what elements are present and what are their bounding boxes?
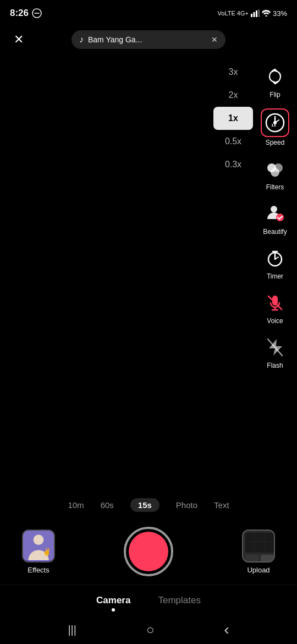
tab-camera[interactable]: Camera bbox=[96, 595, 130, 606]
svg-point-14 bbox=[271, 168, 279, 177]
flip-icon-container bbox=[262, 64, 288, 89]
tab-active-indicator bbox=[112, 608, 115, 612]
bottom-controls: ✌ Effects Upload bbox=[0, 519, 297, 585]
flash-icon bbox=[267, 338, 283, 357]
svg-rect-31 bbox=[245, 555, 259, 561]
svg-rect-2 bbox=[251, 14, 252, 17]
speed-icon-container: 1x bbox=[264, 112, 286, 134]
nav-back-button[interactable]: ‹ bbox=[224, 621, 229, 638]
flash-label: Flash bbox=[267, 362, 283, 369]
mode-10m[interactable]: 10m bbox=[68, 500, 84, 510]
flip-icon bbox=[266, 67, 284, 86]
speed-icon: 1x bbox=[265, 112, 285, 133]
header: ✕ ♪ Bam Yang Ga... ✕ bbox=[0, 24, 297, 55]
svg-point-15 bbox=[271, 206, 277, 212]
speed-2x[interactable]: 2x bbox=[213, 84, 253, 107]
svg-rect-3 bbox=[253, 12, 255, 17]
carrier-text: VoLTE 4G+ bbox=[218, 10, 249, 17]
filters-icon bbox=[265, 159, 285, 179]
bottom-tabs: Camera Templates bbox=[0, 585, 297, 615]
status-time: 8:26 bbox=[10, 8, 42, 19]
speed-0-3x[interactable]: 0.3x bbox=[213, 153, 253, 176]
timer-button[interactable]: Timer bbox=[256, 242, 294, 283]
effects-person-svg: ✌ bbox=[23, 531, 54, 561]
svg-rect-30 bbox=[245, 533, 274, 553]
flash-icon-container bbox=[262, 335, 288, 360]
flip-label: Flip bbox=[270, 91, 280, 99]
beautify-button[interactable]: Beautify bbox=[256, 198, 294, 239]
svg-point-6 bbox=[265, 15, 267, 17]
tab-templates[interactable]: Templates bbox=[158, 595, 200, 606]
music-close-button[interactable]: ✕ bbox=[211, 35, 218, 44]
wifi-icon bbox=[262, 10, 271, 17]
timer-icon bbox=[266, 249, 284, 268]
nav-home-button[interactable]: ○ bbox=[146, 622, 155, 637]
music-pill[interactable]: ♪ Bam Yang Ga... ✕ bbox=[72, 30, 226, 49]
flash-button[interactable]: Flash bbox=[256, 331, 294, 373]
music-title: Bam Yang Ga... bbox=[88, 35, 207, 44]
voice-icon bbox=[266, 293, 284, 312]
mode-60s[interactable]: 60s bbox=[101, 500, 114, 510]
effects-person-image: ✌ bbox=[23, 531, 54, 561]
effects-button[interactable]: ✌ Effects bbox=[22, 530, 55, 574]
battery-text: 33% bbox=[273, 9, 287, 18]
effects-thumbnail: ✌ bbox=[22, 530, 55, 563]
voice-icon-container bbox=[262, 290, 288, 315]
do-not-disturb-icon bbox=[32, 8, 42, 18]
speed-panel: 3x 2x 1x 0.5x 0.3x bbox=[213, 61, 253, 176]
filters-label: Filters bbox=[266, 183, 284, 191]
nav-menu-button[interactable]: ||| bbox=[68, 624, 76, 636]
mode-photo[interactable]: Photo bbox=[176, 500, 197, 510]
time-display: 8:26 bbox=[10, 8, 29, 19]
upload-thumbnail bbox=[242, 530, 275, 563]
mode-bar: 10m 60s 15s Photo Text bbox=[0, 491, 297, 519]
speed-highlight: 1x bbox=[261, 108, 289, 137]
svg-text:✌: ✌ bbox=[42, 547, 52, 556]
beautify-label: Beautify bbox=[263, 228, 287, 236]
beautify-icon-container bbox=[262, 201, 288, 226]
beautify-icon bbox=[265, 204, 285, 223]
speed-3x[interactable]: 3x bbox=[213, 61, 253, 84]
status-bar: 8:26 VoLTE 4G+ 33% bbox=[0, 0, 297, 24]
voice-label: Voice bbox=[267, 317, 283, 325]
timer-icon-container bbox=[262, 245, 288, 271]
right-toolbar: Flip 1x Speed bbox=[253, 55, 297, 378]
camera-view: 3x 2x 1x 0.5x 0.3x Flip bbox=[0, 55, 297, 519]
speed-0-5x[interactable]: 0.5x bbox=[213, 130, 253, 153]
system-nav: ||| ○ ‹ bbox=[0, 615, 297, 644]
svg-text:1x: 1x bbox=[271, 123, 276, 128]
filters-button[interactable]: Filters bbox=[256, 153, 294, 194]
status-right: VoLTE 4G+ 33% bbox=[218, 9, 287, 18]
music-note-icon: ♪ bbox=[79, 35, 84, 45]
close-button[interactable]: ✕ bbox=[9, 30, 29, 50]
svg-rect-4 bbox=[256, 10, 257, 17]
speed-button[interactable]: 1x Speed bbox=[256, 105, 294, 150]
mode-15s[interactable]: 15s bbox=[130, 498, 160, 512]
flip-button[interactable]: Flip bbox=[256, 61, 294, 102]
svg-rect-5 bbox=[258, 9, 260, 17]
speed-label: Speed bbox=[266, 139, 285, 146]
record-button[interactable] bbox=[124, 527, 173, 576]
svg-point-27 bbox=[34, 534, 44, 545]
upload-preview-svg bbox=[243, 531, 275, 563]
signal-icon bbox=[251, 9, 260, 17]
upload-label: Upload bbox=[247, 566, 270, 574]
filters-icon-container bbox=[262, 156, 288, 182]
effects-label: Effects bbox=[28, 566, 50, 574]
svg-rect-32 bbox=[261, 555, 274, 561]
timer-label: Timer bbox=[267, 272, 283, 280]
mode-text[interactable]: Text bbox=[214, 500, 229, 510]
speed-1x[interactable]: 1x bbox=[213, 107, 253, 130]
voice-button[interactable]: Voice bbox=[256, 287, 294, 328]
record-button-inner bbox=[129, 532, 168, 571]
upload-button[interactable]: Upload bbox=[242, 530, 275, 574]
